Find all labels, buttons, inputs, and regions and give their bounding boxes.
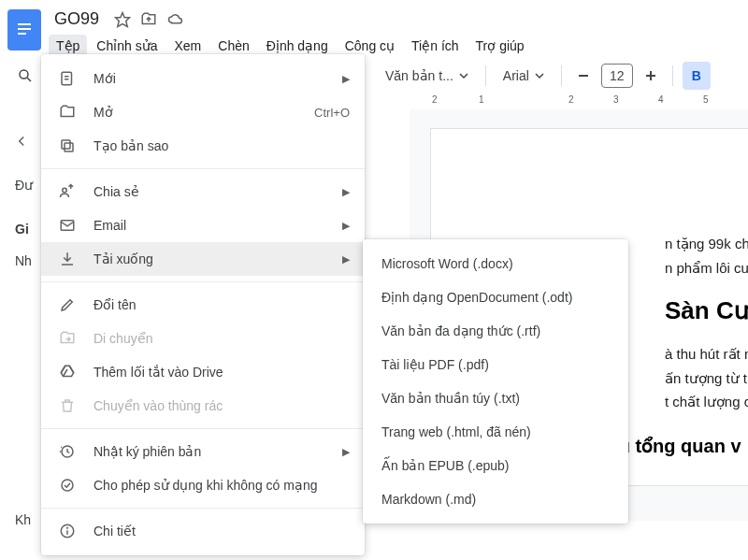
plus-doc-icon — [56, 70, 79, 87]
cloud-status-icon[interactable] — [166, 11, 185, 28]
menu-item-label: Nhật ký phiên bản — [94, 444, 342, 459]
menu-item-label: Mới — [94, 71, 342, 86]
outline-item[interactable]: Nh — [15, 253, 32, 268]
ruler-mark: 2 — [432, 94, 438, 105]
submenu-arrow-icon: ▶ — [342, 253, 350, 266]
font-family-select[interactable]: Arial — [496, 65, 552, 87]
doc-body-text[interactable]: à thu hút rất nhi — [665, 346, 748, 362]
ruler-mark: 3 — [613, 94, 619, 105]
share-icon — [56, 183, 79, 200]
menu-item-label: Tạo bản sao — [94, 138, 350, 153]
ruler-mark: 1 — [479, 94, 484, 105]
svg-rect-0 — [18, 23, 31, 25]
menu-help[interactable]: Trợ giúp — [468, 35, 532, 57]
outline-item[interactable]: Kh — [15, 512, 31, 527]
search-menus-button[interactable] — [11, 64, 39, 88]
move-icon — [56, 330, 79, 347]
file-menu-item[interactable]: Thêm lối tắt vào Drive — [41, 355, 365, 389]
menu-item-label: Mở — [94, 105, 314, 120]
file-menu-item: Di chuyển — [41, 322, 365, 355]
file-menu-item[interactable]: Đổi tên — [41, 288, 365, 322]
chevron-down-icon — [459, 71, 468, 80]
move-icon[interactable] — [140, 11, 157, 28]
outline-sidebar: Đư Gi Nh Kh — [0, 133, 41, 548]
ruler-mark: 2 — [568, 94, 574, 105]
svg-rect-8 — [650, 71, 652, 80]
file-menu-item[interactable]: Email▶ — [41, 208, 365, 242]
copy-icon — [56, 137, 79, 154]
download-format-item[interactable]: Ấn bản EPUB (.epub) — [363, 449, 628, 482]
submenu-arrow-icon: ▶ — [342, 446, 350, 458]
menu-separator — [41, 168, 365, 169]
download-icon — [56, 251, 79, 267]
svg-rect-12 — [65, 143, 73, 151]
menu-item-label: Đổi tên — [94, 297, 350, 312]
download-format-item[interactable]: Định dạng OpenDocument (.odt) — [363, 280, 628, 314]
submenu-arrow-icon: ▶ — [342, 220, 350, 232]
menu-item-label: Tải xuống — [94, 251, 342, 266]
download-format-item[interactable]: Tài liệu PDF (.pdf) — [363, 348, 628, 381]
paragraph-style-select[interactable]: Văn bản t... — [378, 65, 476, 87]
download-format-item[interactable]: Microsoft Word (.docx) — [363, 247, 628, 280]
bold-button[interactable]: B — [683, 62, 711, 90]
menu-item-label: Chi tiết — [94, 524, 350, 538]
star-icon[interactable] — [114, 11, 131, 28]
file-menu-item[interactable]: Chi tiết — [41, 514, 365, 548]
docs-logo-icon[interactable] — [7, 9, 41, 50]
doc-body-text[interactable]: n tặng 99k cho — [665, 236, 748, 251]
outline-item[interactable]: Đư — [15, 178, 33, 193]
download-format-item[interactable]: Văn bản thuần túy (.txt) — [363, 381, 628, 415]
svg-rect-11 — [65, 79, 69, 80]
font-size-decrease[interactable] — [571, 65, 596, 86]
svg-rect-1 — [18, 28, 31, 30]
svg-rect-13 — [62, 140, 70, 149]
toolbar-separator — [672, 65, 673, 86]
file-menu-item[interactable]: Mới▶ — [41, 62, 365, 95]
file-menu-item[interactable]: Tải xuống▶ — [41, 242, 365, 276]
svg-marker-3 — [116, 12, 130, 26]
font-size-increase[interactable] — [639, 65, 663, 86]
outline-item[interactable]: Gi — [15, 222, 29, 237]
file-menu-item[interactable]: Tạo bản sao — [41, 129, 365, 163]
menu-separator — [41, 508, 365, 509]
drive-icon — [56, 364, 79, 381]
file-menu-item[interactable]: MởCtrl+O — [41, 95, 365, 129]
svg-point-4 — [20, 70, 28, 79]
download-format-item[interactable]: Markdown (.md) — [363, 482, 628, 516]
info-icon — [56, 523, 79, 539]
submenu-arrow-icon: ▶ — [342, 186, 350, 198]
menu-separator — [41, 281, 365, 282]
toolbar-separator — [485, 65, 486, 86]
ruler[interactable]: 2 1 2 3 4 5 — [410, 94, 748, 109]
app-header: GO99 Tệp Chỉnh sửa Xem Chèn Định dạng Cô… — [0, 0, 748, 57]
folder-icon — [56, 104, 79, 121]
paragraph-style-label: Văn bản t... — [385, 68, 453, 83]
svg-point-20 — [67, 527, 68, 528]
download-format-item[interactable]: Văn bản đa dạng thức (.rtf) — [363, 314, 628, 348]
svg-rect-10 — [65, 76, 69, 78]
font-family-label: Arial — [503, 68, 529, 83]
file-menu-item[interactable]: Nhật ký phiên bản▶ — [41, 435, 365, 468]
trash-icon — [56, 397, 79, 414]
collapse-outline-icon[interactable] — [13, 133, 30, 150]
menubar: Tệp Chỉnh sửa Xem Chèn Định dạng Công cụ… — [49, 31, 532, 57]
svg-point-14 — [63, 188, 67, 193]
font-size-input[interactable]: 12 — [601, 64, 633, 88]
download-format-item[interactable]: Trang web (.html, đã nén) — [363, 415, 628, 449]
doc-body-text[interactable]: ấn tượng từ thi — [665, 370, 748, 386]
doc-body-text[interactable]: t chất lượng củ — [665, 394, 748, 409]
ruler-mark: 4 — [658, 94, 664, 105]
svg-point-17 — [62, 480, 73, 491]
offline-icon — [56, 477, 79, 494]
svg-line-5 — [27, 78, 31, 81]
document-title[interactable]: GO99 — [49, 7, 105, 31]
menu-item-label: Chia sẻ — [94, 184, 342, 199]
doc-heading[interactable]: Sàn Cược — [665, 296, 748, 325]
doc-body-text[interactable]: n phẩm lôi cuốn — [665, 260, 748, 276]
menu-item-label: Chuyển vào thùng rác — [94, 398, 350, 413]
menu-extensions[interactable]: Tiện ích — [404, 35, 467, 57]
submenu-arrow-icon: ▶ — [342, 73, 350, 85]
file-menu-item[interactable]: Chia sẻ▶ — [41, 175, 365, 208]
file-menu-item[interactable]: Cho phép sử dụng khi không có mạng — [41, 468, 365, 502]
svg-rect-2 — [18, 33, 26, 35]
